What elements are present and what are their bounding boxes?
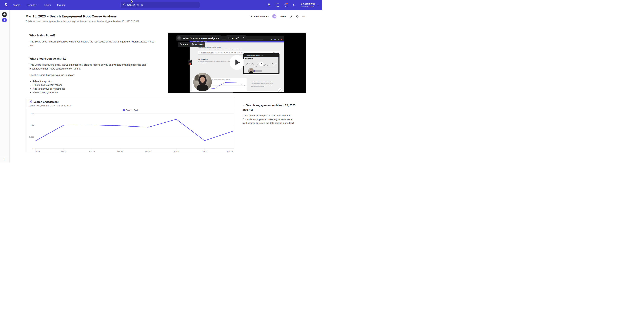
intro-paragraph-3: Use this Board however you like, such as… xyxy=(30,73,154,77)
nested-video-preview: What is Root Cause Analysis? ▭ ⧉ 18 sec … xyxy=(243,53,279,74)
mini-range-tab: 6M xyxy=(232,52,233,53)
help-icon[interactable] xyxy=(284,3,288,7)
add-board-button[interactable]: + xyxy=(2,18,6,22)
video-duration: 1 min xyxy=(183,43,188,46)
wall-picture xyxy=(195,75,199,81)
settings-gear-icon[interactable] xyxy=(292,3,296,7)
video-title-pill: What is Root Cause Analysis? xyxy=(176,35,222,41)
svg-text:Mar 9: Mar 9 xyxy=(61,151,66,153)
nav-item-boards[interactable]: Boards xyxy=(12,4,20,6)
recording-dot xyxy=(281,39,282,40)
favorite-heart-icon[interactable] xyxy=(296,15,299,18)
nav-menu: BoardsReportsUsersEvents xyxy=(12,0,65,10)
intro-heading-2: What should you do with it? xyxy=(30,57,154,60)
legend-label: Search - Total xyxy=(126,109,138,111)
floating-link-button[interactable] xyxy=(278,88,282,92)
svg-text:Mar 14: Mar 14 xyxy=(202,151,208,153)
mini-line-2: March 15, 2023 8:10 AM xyxy=(198,62,208,63)
svg-text:0: 0 xyxy=(33,148,34,150)
nav-item-reports[interactable]: Reports xyxy=(27,4,38,6)
nav-right-cluster: E-Commerce All Project Data xyxy=(267,0,319,10)
data-management-icon[interactable] xyxy=(267,3,271,7)
mini-scrollbar-vertical xyxy=(284,43,284,51)
search-shortcut: ⌘ + K xyxy=(136,3,143,6)
mouse-cursor xyxy=(131,0,134,4)
show-filter-button[interactable]: Show Filter • 1 xyxy=(249,14,269,18)
mini-h1: What is this Board? xyxy=(198,59,208,60)
presenter-avatar xyxy=(177,36,182,40)
nav-item-events[interactable]: Events xyxy=(57,4,65,6)
svg-text:Mar 15: Mar 15 xyxy=(227,151,233,153)
svg-text:15K: 15K xyxy=(30,113,34,115)
svg-text:5,000: 5,000 xyxy=(29,136,34,138)
browser-extensions xyxy=(271,39,279,40)
mini-range-tab: Yesterday xyxy=(218,52,222,53)
left-rail: + →| xyxy=(0,10,10,162)
svg-text:Mar 11: Mar 11 xyxy=(117,151,123,153)
share-button[interactable]: Share xyxy=(280,15,286,18)
svg-text:10K: 10K xyxy=(30,124,34,126)
svg-text:Mar 8: Mar 8 xyxy=(36,151,40,153)
plus-icon: + xyxy=(4,19,5,21)
copy-link-icon[interactable] xyxy=(290,15,292,18)
nested-nav-strip xyxy=(244,57,278,57)
apps-grid-icon[interactable] xyxy=(276,3,279,7)
mini-note-heading: ← Search usage on March 15, 2023 8:10 AM xyxy=(251,80,272,81)
mini-page-subtitle: This Board uses relevant properties to h… xyxy=(198,48,242,49)
svg-text:Mar 10: Mar 10 xyxy=(89,151,94,153)
mini-range-tab: Mar 9, 2023 – Mar 15, 2023 xyxy=(201,52,214,54)
search-icon xyxy=(123,3,126,6)
intro-bullet: Delete less relevant reports xyxy=(30,83,154,87)
video-title: What is Root Cause Analysis? xyxy=(183,37,219,40)
project-selector[interactable]: E-Commerce All Project Data xyxy=(301,2,319,8)
project-name: E-Commerce xyxy=(301,2,315,5)
nested-webcam-bubble xyxy=(248,68,254,73)
project-scope: All Project Data xyxy=(301,5,315,7)
expand-sidebar-icon[interactable]: →| xyxy=(2,158,5,161)
video-link-icon[interactable] xyxy=(236,36,239,40)
comments-icon[interactable] xyxy=(228,36,231,40)
chevron-down-icon xyxy=(317,3,319,6)
video-action-pill: 0 xyxy=(226,35,247,41)
mini-range-tab: 30D xyxy=(226,52,228,53)
nested-stats: 18 sec 1 view xyxy=(245,58,253,59)
page-title: Mar 15, 2023 – Search Engagement Root Ca… xyxy=(26,14,117,18)
mini-range-tab: 7D xyxy=(224,52,225,53)
discover-compass-button[interactable] xyxy=(2,12,6,17)
legend-swatch xyxy=(123,109,125,111)
clock-icon xyxy=(180,43,182,46)
play-button[interactable] xyxy=(230,55,244,70)
open-external-icon[interactable] xyxy=(242,36,244,40)
side-note: ← Search engagement on March 15, 2023 8:… xyxy=(242,103,296,125)
more-options-button[interactable]: ••• xyxy=(302,15,306,17)
eye-icon xyxy=(192,43,194,46)
page-subtitle: This Board uses relevant properties to h… xyxy=(26,20,139,22)
side-note-heading: ← Search engagement on March 15, 2023 8:… xyxy=(242,103,296,112)
line-chart-icon xyxy=(29,100,32,104)
report-title[interactable]: Search Engagement xyxy=(34,100,58,103)
intro-bullet: Adjust the queries xyxy=(30,79,154,83)
board-description: What is this Board? This Board uses rele… xyxy=(30,34,154,94)
mini-line-1: This Board uses relevant properties to h… xyxy=(198,61,235,62)
nav-item-users[interactable]: Users xyxy=(44,4,51,6)
intro-paragraph-2: This Board is a starting point. We’ve au… xyxy=(30,63,154,70)
nested-views: 1 view xyxy=(250,58,253,59)
show-filter-label: Show Filter • 1 xyxy=(253,15,269,18)
mixpanel-logo-icon[interactable]: X xyxy=(4,2,8,7)
intro-bullet-list: Adjust the queriesDelete less relevant r… xyxy=(30,79,154,94)
report-card-search-engagement[interactable]: Search Engagement Linear, total, Mar 8th… xyxy=(26,97,235,153)
top-nav: X BoardsReportsUsersEvents Search ⌘ + K xyxy=(0,0,322,10)
intro-bullet: Add takeaways or hypotheses xyxy=(30,87,154,91)
svg-text:Mar 13: Mar 13 xyxy=(174,151,179,153)
nested-legend-rows xyxy=(254,70,262,72)
comments-count: 0 xyxy=(232,37,234,40)
record-button xyxy=(188,62,192,65)
line-chart[interactable]: 05,00010K15KMar 8Mar 9Mar 10Mar 11Mar 12… xyxy=(26,112,236,153)
mini-range-tab: Default xyxy=(237,52,240,53)
video-views: 19 views xyxy=(195,43,204,46)
mini-range-tab: Today xyxy=(215,52,217,53)
filter-plus-icon xyxy=(249,14,252,18)
avatar[interactable]: CM xyxy=(272,14,276,18)
intro-bullet: Share it with your team xyxy=(30,91,154,94)
video-widget[interactable]: Search Engagement Root Cause Analysis Th… xyxy=(168,32,306,93)
